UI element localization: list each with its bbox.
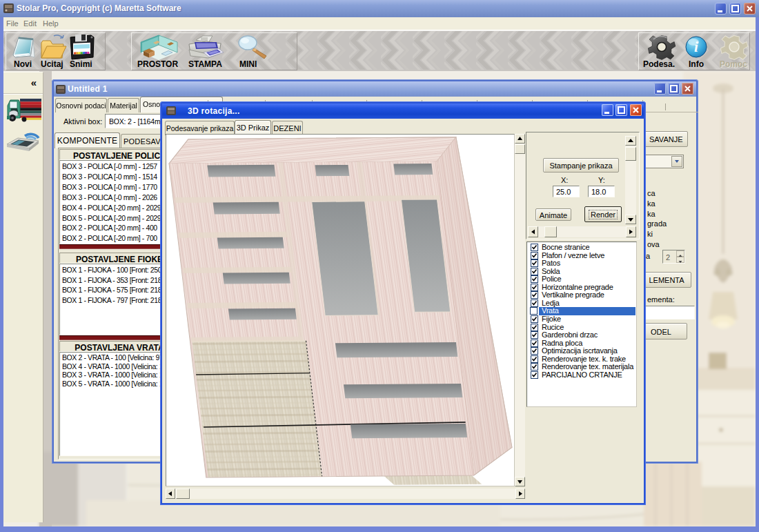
svg-text:i: i xyxy=(694,39,698,55)
